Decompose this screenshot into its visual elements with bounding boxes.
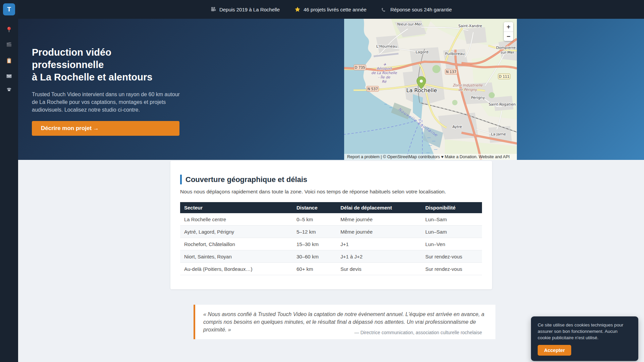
phone-receiver-icon bbox=[381, 6, 387, 12]
cell-secteur: Niort, Saintes, Royan bbox=[180, 250, 292, 263]
map-label: Puilboreau bbox=[445, 52, 465, 56]
map-label: Aéroport bbox=[376, 66, 392, 71]
testimonial-author: — Directrice communication, association … bbox=[180, 330, 482, 335]
topbar-label: Réponse sous 24h garantie bbox=[390, 7, 452, 12]
describe-project-button[interactable]: Décrire mon projet → bbox=[32, 121, 179, 136]
pushpin-icon[interactable] bbox=[6, 26, 12, 33]
col-header-secteur: Secteur bbox=[180, 202, 292, 213]
movie-camera-icon bbox=[210, 6, 216, 12]
cell-disponibilite: Sur rendez-vous bbox=[421, 250, 482, 263]
openstreetmap-widget[interactable]: D 735N 537N 137D 111Nieul-sur-MerL'Houme… bbox=[344, 19, 517, 160]
road-badge-label: N 537 bbox=[367, 87, 378, 91]
col-header-delai: Délai de déplacement bbox=[336, 202, 421, 213]
hero-text-block: Production vidéo professionnelle à La Ro… bbox=[32, 46, 183, 136]
map-label: La Jarne bbox=[491, 132, 506, 136]
zoom-out-button[interactable]: − bbox=[504, 32, 513, 41]
cell-secteur: Au-delà (Poitiers, Bordeaux…) bbox=[180, 263, 292, 275]
clapperboard-icon[interactable] bbox=[6, 41, 12, 48]
star-icon bbox=[294, 6, 301, 12]
table-row: Niort, Saintes, Royan 30–60 km J+1 à J+2… bbox=[180, 250, 482, 263]
map-label: Aytré bbox=[452, 125, 462, 129]
road-badge-label: N 137 bbox=[446, 70, 456, 74]
topbar-label: Depuis 2019 à La Rochelle bbox=[219, 7, 280, 12]
clipboard-icon[interactable] bbox=[6, 57, 12, 64]
col-header-disponibilite: Disponibilité bbox=[421, 202, 482, 213]
section-subtitle: Nous nous déplaçons rapidement dans tout… bbox=[180, 189, 482, 195]
map-label: - Île de bbox=[378, 75, 391, 79]
hero-section: Production vidéo professionnelle à La Ro… bbox=[18, 19, 644, 160]
map-label: Ré bbox=[382, 79, 387, 83]
envelope-icon[interactable] bbox=[6, 73, 12, 79]
map-label: Nieul-sur-Mer bbox=[397, 22, 422, 26]
table-row: Aytré, Lagord, Périgny 5–12 km Même jour… bbox=[180, 226, 482, 238]
col-header-distance: Distance bbox=[292, 202, 336, 213]
cookie-message: Ce site utilise des cookies techniques p… bbox=[538, 322, 632, 341]
hero-description: Trusted Touch Video intervient dans un r… bbox=[32, 90, 183, 114]
section-title: Couverture géographique et délais bbox=[180, 175, 482, 184]
map-zoom-control: + − bbox=[504, 22, 513, 41]
cell-delai: J+1 bbox=[336, 238, 421, 250]
logo-button[interactable]: T bbox=[3, 3, 15, 15]
table-row: La Rochelle centre 0–5 km Même journée L… bbox=[180, 213, 482, 226]
page-title-line: Production vidéo bbox=[32, 46, 183, 59]
map-label: Saint-Rogatien bbox=[489, 102, 516, 107]
cell-disponibilite: Sur rendez-vous bbox=[421, 263, 482, 275]
map-label: Zone Industrielle bbox=[453, 83, 483, 87]
coverage-table: Secteur Distance Délai de déplacement Di… bbox=[180, 202, 482, 275]
topbar-item-response: Réponse sous 24h garantie bbox=[381, 6, 452, 12]
map-label: Saint-Xandre bbox=[459, 24, 482, 28]
top-info-bar: Depuis 2019 à La Rochelle 46 projets liv… bbox=[0, 0, 644, 19]
table-header-row: Secteur Distance Délai de déplacement Di… bbox=[180, 202, 482, 213]
map-label: de Périgny bbox=[458, 87, 477, 92]
cell-delai: Même journée bbox=[336, 213, 421, 226]
sidebar: T bbox=[0, 0, 18, 362]
cell-distance: 30–60 km bbox=[292, 250, 336, 263]
map-svg: D 735N 537N 137D 111Nieul-sur-MerL'Houme… bbox=[344, 19, 517, 160]
cookie-accept-button[interactable]: Accepter bbox=[538, 345, 571, 356]
map-label: Périgny bbox=[471, 96, 485, 100]
zoom-in-button[interactable]: + bbox=[504, 22, 513, 32]
map-label: L'Houmeau bbox=[376, 44, 397, 49]
road-badge-label: D 735 bbox=[355, 65, 365, 69]
road-badge-label: D 111 bbox=[499, 74, 509, 78]
cell-disponibilite: Lun–Sam bbox=[421, 226, 482, 238]
page-title-line: à La Rochelle et alentours bbox=[32, 71, 183, 83]
table-row: Au-delà (Poitiers, Bordeaux…) 60+ km Sur… bbox=[180, 263, 482, 275]
cell-distance: 5–12 km bbox=[292, 226, 336, 238]
map-label: ✈ bbox=[383, 62, 387, 66]
map-label: Lagord bbox=[416, 50, 428, 54]
cell-secteur: Aytré, Lagord, Périgny bbox=[180, 226, 292, 238]
map-label: La Rochelle bbox=[406, 87, 437, 94]
page: Depuis 2019 à La Rochelle 46 projets liv… bbox=[0, 0, 644, 362]
cell-disponibilite: Lun–Sam bbox=[421, 213, 482, 226]
topbar-item-projects: 46 projets livrés cette année bbox=[294, 6, 367, 12]
telephone-icon[interactable] bbox=[6, 86, 12, 93]
map-label: Dompierre- bbox=[496, 46, 517, 50]
cell-secteur: La Rochelle centre bbox=[180, 213, 292, 226]
coverage-card: Couverture géographique et délais Nous n… bbox=[170, 161, 492, 289]
cookie-banner: Ce site utilise des cookies techniques p… bbox=[531, 316, 638, 361]
topbar-item-since: Depuis 2019 à La Rochelle bbox=[210, 6, 280, 12]
cell-distance: 0–5 km bbox=[292, 213, 336, 226]
cell-distance: 15–30 km bbox=[292, 238, 336, 250]
cell-delai: J+1 à J+2 bbox=[336, 250, 421, 263]
map-label: sur-Mer bbox=[500, 50, 515, 55]
table-row: Rochefort, Châtelaillon 15–30 km J+1 Lun… bbox=[180, 238, 482, 250]
topbar-label: 46 projets livrés cette année bbox=[304, 7, 367, 12]
page-title-line: professionnelle bbox=[32, 59, 183, 71]
cell-distance: 60+ km bbox=[292, 263, 336, 275]
cell-delai: Même journée bbox=[336, 226, 421, 238]
map-label: de La Rochelle bbox=[371, 71, 397, 75]
page-title: Production vidéo professionnelle à La Ro… bbox=[32, 46, 183, 83]
cell-disponibilite: Lun–Ven bbox=[421, 238, 482, 250]
cell-secteur: Rochefort, Châtelaillon bbox=[180, 238, 292, 250]
map-attribution[interactable]: Report a problem | © OpenStreetMap contr… bbox=[344, 154, 517, 160]
cell-delai: Sur devis bbox=[336, 263, 421, 275]
